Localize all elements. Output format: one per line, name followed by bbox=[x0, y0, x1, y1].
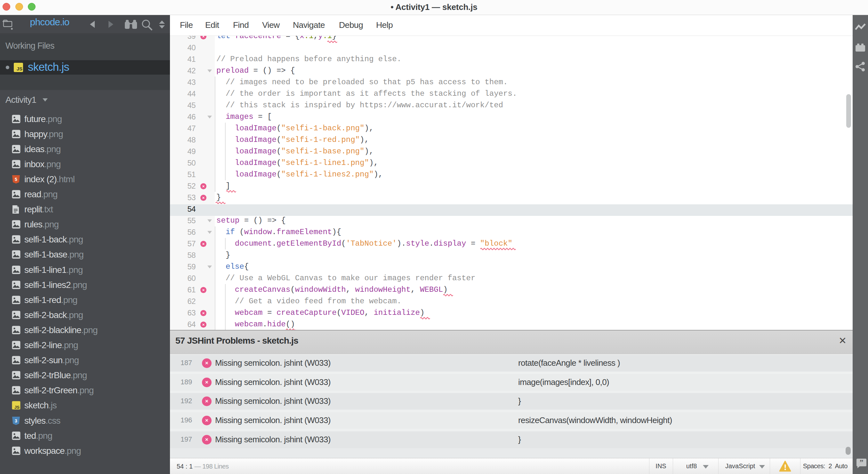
svg-text:5: 5 bbox=[15, 177, 17, 182]
svg-text:”: ” bbox=[860, 458, 864, 466]
svg-text:JS: JS bbox=[14, 405, 20, 410]
svg-text:3: 3 bbox=[15, 418, 17, 423]
